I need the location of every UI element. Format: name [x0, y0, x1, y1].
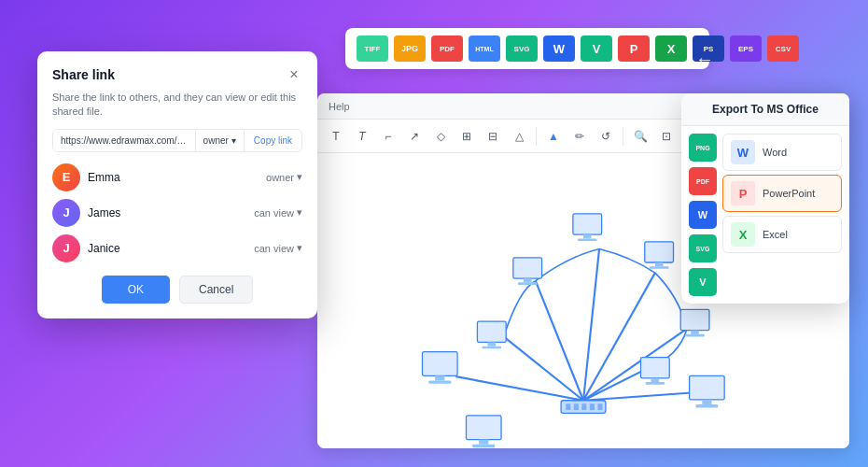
svg-rect-8 — [573, 214, 602, 234]
export-excel[interactable]: X Excel — [722, 216, 842, 253]
excel-label: Excel — [763, 229, 788, 240]
svg-rect-26 — [422, 352, 457, 376]
svg-rect-23 — [477, 321, 506, 342]
powerpoint-label: PowerPoint — [763, 188, 815, 199]
dialog-header: Share link × — [52, 66, 302, 83]
svg-rect-20 — [513, 258, 542, 278]
svg-rect-11 — [645, 242, 674, 262]
format-tiff[interactable]: TIFF — [357, 35, 388, 62]
toolbar-text2[interactable]: T — [351, 125, 373, 148]
svg-rect-17 — [640, 358, 669, 378]
svg-line-4 — [583, 329, 687, 401]
format-word-w[interactable]: W — [543, 35, 575, 62]
svg-rect-13 — [650, 266, 668, 269]
toolbar-grid[interactable]: ⊞ — [455, 125, 478, 148]
word-label: Word — [763, 147, 787, 158]
svg-rect-15 — [691, 331, 699, 334]
side-badge-word[interactable]: W — [689, 201, 717, 229]
toolbar-minus-grid[interactable]: ⊟ — [482, 125, 504, 148]
toolbar-zoom[interactable]: 🔍 — [629, 125, 651, 148]
toolbar-frame[interactable]: ⊡ — [655, 125, 678, 148]
svg-rect-25 — [483, 347, 501, 349]
excel-icon: X — [731, 222, 755, 247]
link-url-input[interactable] — [53, 130, 195, 151]
svg-rect-9 — [583, 234, 592, 238]
role-label-emma: owner — [266, 172, 294, 183]
dialog-footer: OK Cancel — [52, 276, 302, 304]
side-badge-svg[interactable]: SVG — [689, 234, 717, 262]
close-button[interactable]: × — [286, 66, 302, 83]
user-row-emma: E Emma owner ▾ — [52, 163, 302, 191]
word-icon: W — [731, 140, 755, 164]
export-items: W Word P PowerPoint X Excel — [722, 134, 842, 296]
format-csv[interactable]: CSV — [767, 35, 799, 62]
user-name-emma: Emma — [88, 171, 259, 184]
toolbar-arrow[interactable]: ↗ — [403, 125, 426, 148]
format-visio-v[interactable]: V — [581, 35, 612, 62]
svg-rect-40 — [597, 403, 602, 410]
avatar-janice: J — [52, 234, 80, 262]
user-role-james[interactable]: can view ▾ — [254, 206, 302, 219]
svg-rect-21 — [524, 278, 532, 282]
export-panel: Export To MS Office PNG PDF W SVG V W Wo… — [681, 93, 849, 304]
svg-rect-34 — [472, 445, 495, 447]
user-role-janice[interactable]: can view ▾ — [254, 242, 302, 254]
toolbar-shape[interactable]: ◇ — [429, 125, 452, 148]
svg-rect-24 — [488, 342, 497, 346]
role-label-janice: can view — [254, 243, 294, 254]
link-permission[interactable]: owner ▾ — [195, 130, 244, 151]
chevron-down-icon-james: ▾ — [297, 206, 302, 219]
svg-line-6 — [455, 376, 583, 401]
format-svg[interactable]: SVG — [506, 35, 538, 62]
format-ppt-p[interactable]: P — [618, 35, 650, 62]
powerpoint-icon: P — [731, 181, 755, 205]
toolbar-divider-1 — [536, 127, 537, 146]
svg-rect-12 — [655, 262, 664, 266]
format-eps[interactable]: EPS — [730, 35, 762, 62]
arrow-indicator: ← — [695, 49, 714, 70]
format-jpg[interactable]: JPG — [394, 35, 426, 62]
svg-rect-19 — [646, 382, 665, 385]
dialog-subtitle: Share the link to others, and they can v… — [52, 91, 302, 120]
user-row-james: J James can view ▾ — [52, 199, 302, 227]
export-toolbar: TIFF JPG PDF HTML SVG W V P X PS EPS CSV — [345, 28, 709, 69]
dialog-title: Share link — [52, 67, 115, 82]
user-name-janice: Janice — [88, 242, 246, 255]
toolbar-text[interactable]: T — [325, 125, 347, 148]
format-html[interactable]: HTML — [469, 35, 500, 62]
export-powerpoint[interactable]: P PowerPoint — [722, 175, 842, 212]
side-badge-pdf[interactable]: PDF — [689, 167, 717, 195]
svg-rect-31 — [695, 404, 718, 407]
permission-label: owner — [203, 135, 229, 146]
ok-button[interactable]: OK — [102, 276, 170, 304]
side-badge-visio[interactable]: V — [689, 268, 717, 296]
link-row: owner ▾ Copy link — [52, 129, 302, 152]
copy-link-button[interactable]: Copy link — [244, 130, 301, 151]
format-excel-x[interactable]: X — [655, 35, 687, 62]
toolbar-corner[interactable]: ⌐ — [377, 125, 399, 148]
svg-rect-16 — [685, 334, 704, 337]
svg-rect-38 — [581, 403, 586, 410]
svg-rect-30 — [702, 400, 711, 404]
avatar-james: J — [52, 199, 80, 227]
svg-rect-37 — [574, 403, 579, 410]
side-badge-png[interactable]: PNG — [689, 134, 717, 162]
svg-rect-39 — [590, 403, 595, 410]
svg-rect-10 — [578, 238, 596, 241]
svg-rect-27 — [435, 375, 444, 380]
avatar-emma: E — [52, 163, 80, 191]
user-list: E Emma owner ▾ J James can view ▾ J Jani… — [52, 163, 302, 262]
svg-rect-18 — [651, 378, 660, 382]
export-panel-body: PNG PDF W SVG V W Word P PowerPoint X Ex… — [681, 126, 849, 304]
toolbar-triangle[interactable]: △ — [508, 125, 530, 148]
toolbar-fill[interactable]: ▲ — [542, 125, 565, 148]
toolbar-divider-2 — [623, 127, 623, 146]
user-role-emma[interactable]: owner ▾ — [266, 171, 302, 183]
format-pdf[interactable]: PDF — [431, 35, 463, 62]
share-dialog: Share link × Share the link to others, a… — [37, 51, 317, 318]
export-word[interactable]: W Word — [722, 134, 842, 171]
svg-rect-36 — [566, 403, 570, 410]
toolbar-pen[interactable]: ✏ — [568, 125, 591, 148]
cancel-button[interactable]: Cancel — [179, 276, 253, 304]
toolbar-rotate[interactable]: ↺ — [595, 125, 617, 148]
